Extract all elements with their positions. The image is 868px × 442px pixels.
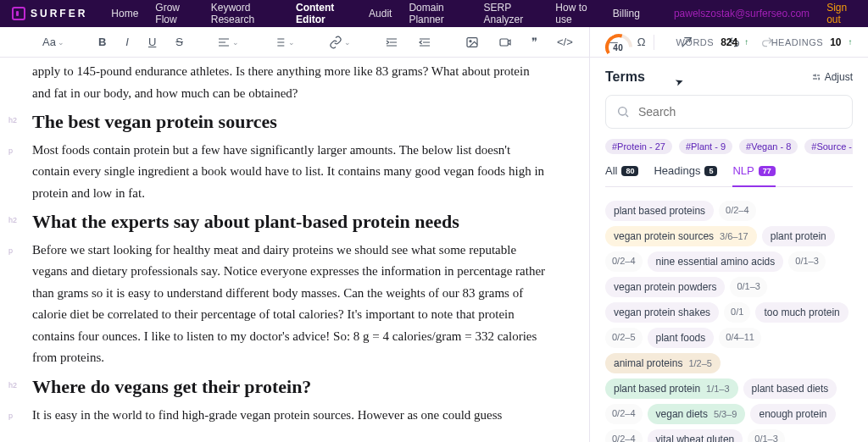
heading-2: Where do vegans get their protein? [32,374,311,400]
term-count: 0/2–4 [605,251,643,272]
search-icon [616,105,630,119]
video-button[interactable] [495,32,515,52]
nav-item-serp-analyzer[interactable]: SERP Analyzer [484,2,539,25]
align-button[interactable]: ⌄ [214,32,242,52]
editor-content[interactable]: apply to 145-pound endurance athletes. I… [0,58,589,442]
term-chip[interactable]: vegan protein powders [605,277,725,297]
term-chip[interactable]: plant protein [762,226,835,246]
term-chip[interactable]: vegan diets5/3–9 [648,404,746,424]
top-nav: SURFER HomeGrow FlowKeyword ResearchCont… [0,0,868,27]
terms-tabs: All80 Headings5 NLP77 [605,164,853,187]
svg-rect-0 [467,37,477,47]
nav-item-content-editor[interactable]: Content Editor [296,2,352,25]
code-button[interactable]: </> [554,32,576,52]
term-count: 0/1–3 [730,277,767,297]
adjust-button[interactable]: Adjust [811,71,853,83]
hashtag[interactable]: #Vegan - 8 [739,139,798,154]
svg-point-1 [470,40,471,41]
underline-button[interactable]: U [145,32,159,52]
term-chip[interactable]: vital wheat gluten [648,429,743,442]
bold-button[interactable]: B [95,32,109,52]
content-score-gauge: 40 [605,34,632,51]
hashtag[interactable]: #Source - 6 [804,139,853,154]
paragraph: apply to 145-pound endurance athletes. I… [32,61,550,104]
term-chip[interactable]: plant based diets [743,378,837,399]
term-chip[interactable]: plant foods [648,328,715,348]
nav-item-audit[interactable]: Audit [369,8,392,19]
term-chip[interactable]: animal proteins1/2–5 [605,353,721,373]
up-icon: ↑ [849,37,854,47]
term-count: 0/1–3 [748,429,785,442]
term-count: 0/2–4 [605,404,643,424]
term-list: plant based proteins0/2–4vegan protein s… [590,196,868,442]
indent-button[interactable] [381,32,402,52]
nav-item-grow-flow[interactable]: Grow Flow [155,2,193,25]
paragraph: Before we start looking for healthy meat… [32,240,550,369]
link-button[interactable]: ⌄ [326,32,354,52]
strike-button[interactable]: S [172,32,186,52]
nav-item-keyword-research[interactable]: Keyword Research [211,2,279,25]
tab-all[interactable]: All80 [605,164,638,187]
nav-item-how-to-use[interactable]: How to use [555,2,596,25]
user-email: pawelszostak@surferseo.com [674,8,810,19]
image-button[interactable] [462,32,482,52]
term-count: 0/1 [724,302,750,323]
hashtag-row: #Protein - 27#Plant - 9#Vegan - 8#Source… [605,139,853,154]
term-count: 0/4–11 [719,328,761,348]
nav-item-home[interactable]: Home [111,8,138,19]
term-count: 0/2–5 [605,328,643,348]
term-count: 0/2–4 [719,201,756,221]
term-chip[interactable]: plant based proteins [605,201,714,221]
term-chip[interactable]: vegan protein sources3/6–17 [605,226,757,246]
cursor-icon: ➤ [673,75,685,90]
tab-headings[interactable]: Headings5 [654,164,717,187]
content-score-value: 40 [605,43,632,52]
logo: SURFER [12,7,87,20]
terms-title: Terms [605,69,645,85]
sign-out-link[interactable]: Sign out [826,2,856,25]
sidebar-metrics: 40 WORDS 824 ↑ HEADINGS 10 ↑ [590,27,868,58]
terms-search[interactable] [605,95,853,129]
search-input[interactable] [637,104,842,119]
sidebar: 40 WORDS 824 ↑ HEADINGS 10 ↑ Terms ➤ Adj… [590,27,868,442]
logo-text: SURFER [31,8,87,19]
quote-button[interactable]: ❞ [528,32,541,52]
outdent-button[interactable] [415,32,435,52]
nav-item-domain-planner[interactable]: Domain Planner [409,2,466,25]
list-button[interactable]: ⌄ [270,32,298,52]
svg-rect-2 [500,39,508,46]
term-chip[interactable]: nine essential amino acids [648,251,784,272]
term-count: 0/2–4 [605,429,643,442]
logo-icon [12,7,25,20]
term-chip[interactable]: too much protein [755,302,848,323]
nav-item-billing[interactable]: Billing [613,8,640,19]
up-icon: ↑ [744,37,749,47]
term-chip[interactable]: plant based protein1/1–3 [605,378,738,399]
font-picker[interactable]: Aa⌄ [39,32,68,52]
headings-metric: HEADINGS 10 ↑ [771,36,853,48]
term-chip[interactable]: vegan protein shakes [605,302,719,323]
redo-button[interactable] [757,32,777,52]
hashtag[interactable]: #Protein - 27 [605,139,672,154]
editor-column: Aa⌄ B I U S ⌄ ⌄ ⌄ ❞ </> — Ω [0,27,590,442]
hashtag[interactable]: #Plant - 9 [679,139,732,154]
heading-2: What the experts say about plant-based p… [32,209,459,235]
italic-button[interactable]: I [122,32,132,52]
paragraph: Most foods contain protein but a few hav… [32,140,550,205]
words-metric: WORDS 824 ↑ [676,36,748,48]
tab-nlp[interactable]: NLP77 [732,164,775,187]
term-chip[interactable]: enough protein [750,404,835,424]
paragraph: It is easy in the world to find high-gra… [32,405,502,427]
term-count: 0/1–3 [788,251,826,272]
heading-2: The best vegan protein sources [32,109,277,135]
svg-point-3 [619,108,626,115]
editor-toolbar: Aa⌄ B I U S ⌄ ⌄ ⌄ ❞ </> — Ω [0,27,589,58]
